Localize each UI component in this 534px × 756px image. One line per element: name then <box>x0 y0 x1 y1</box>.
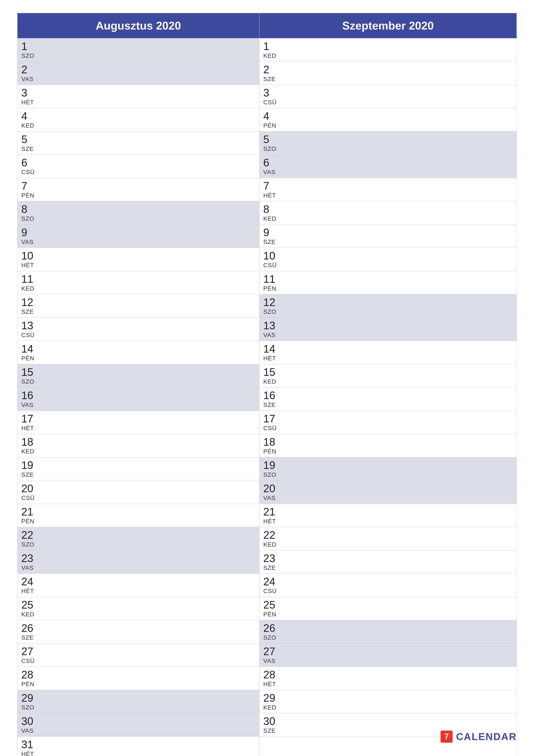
day-number: 31 <box>21 739 255 751</box>
day-name: CSÜ <box>263 588 513 595</box>
table-row: 1 SZO 1 KED <box>17 39 517 62</box>
day-number: 18 <box>21 436 255 448</box>
september-day-cell: 18 PÉN <box>259 434 517 457</box>
day-name: PÉN <box>21 681 255 688</box>
day-number: 2 <box>21 64 255 76</box>
august-day-cell: 3 HÉT <box>17 85 260 108</box>
table-row: 8 SZO 8 KED <box>17 201 517 225</box>
day-number: 25 <box>263 599 513 611</box>
august-day-cell: 31 HÉT <box>17 737 260 756</box>
day-number: 27 <box>263 646 513 658</box>
day-name: PÉN <box>21 192 255 199</box>
september-day-cell: 4 PÉN <box>259 108 517 131</box>
day-number: 9 <box>263 227 513 239</box>
day-number: 26 <box>21 622 255 634</box>
day-name: KED <box>263 52 513 59</box>
table-row: 9 VAS 9 SZE <box>17 225 517 248</box>
table-row: 27 CSÜ 27 VAS <box>17 643 517 667</box>
day-name: VAS <box>21 239 255 245</box>
day-name: SZE <box>263 401 513 408</box>
day-name: KED <box>263 541 513 548</box>
august-day-cell: 28 PÉN <box>17 667 260 690</box>
day-name: PÉN <box>263 448 513 455</box>
day-name: SZO <box>263 309 513 315</box>
day-number: 2 <box>263 64 513 76</box>
day-name: CSÜ <box>263 262 513 269</box>
september-day-cell: 3 CSÜ <box>259 85 517 108</box>
august-day-cell: 10 HÉT <box>17 248 260 271</box>
august-day-cell: 4 KED <box>17 108 260 131</box>
september-day-cell: 13 VAS <box>259 318 517 341</box>
day-name: VAS <box>263 658 513 664</box>
day-number: 30 <box>21 716 255 727</box>
day-name: CSÜ <box>263 425 513 432</box>
day-name: PÉN <box>263 611 513 618</box>
day-name: CSÜ <box>21 332 255 338</box>
september-day-cell: 5 SZO <box>259 131 517 155</box>
table-row: 23 VAS 23 SZE <box>17 551 517 574</box>
table-row: 13 CSÜ 13 VAS <box>17 318 517 341</box>
table-row: 2 VAS 2 SZE <box>17 62 517 85</box>
table-row: 22 SZO 22 KED <box>17 527 517 551</box>
table-row: 4 KED 4 PÉN <box>17 108 517 131</box>
august-day-cell: 30 VAS <box>17 713 260 737</box>
september-day-cell: 19 SZO <box>259 457 517 481</box>
day-name: PÉN <box>21 355 255 362</box>
table-row: 15 SZO 15 KED <box>17 364 517 388</box>
table-row: 12 SZE 12 SZO <box>17 294 517 318</box>
day-name: HÉT <box>21 425 255 432</box>
day-name: VAS <box>21 727 255 734</box>
august-day-cell: 26 SZE <box>17 620 260 643</box>
table-row: 21 PÉN 21 HÉT <box>17 504 517 527</box>
day-number: 17 <box>263 413 513 425</box>
day-number: 13 <box>21 320 255 332</box>
table-row: 16 VAS 16 SZE <box>17 388 517 411</box>
day-name: SZO <box>21 52 255 59</box>
table-row: 29 SZO 29 KED <box>17 690 517 713</box>
day-number: 28 <box>21 669 255 681</box>
day-number: 21 <box>263 506 513 518</box>
day-name: SZE <box>21 146 255 152</box>
day-number: 12 <box>21 297 255 309</box>
september-day-cell: 7 HÉT <box>259 178 517 201</box>
august-header: Augusztus 2020 <box>17 13 260 39</box>
day-number: 22 <box>21 529 255 541</box>
table-row: 18 KED 18 PÉN <box>17 434 517 457</box>
september-day-cell: 11 PÉN <box>259 271 517 294</box>
day-name: KED <box>21 285 255 292</box>
september-day-cell: 9 SZE <box>259 225 517 248</box>
september-day-cell: 21 HÉT <box>259 504 517 527</box>
august-day-cell: 17 HÉT <box>17 411 260 434</box>
table-row: 28 PÉN 28 HÉT <box>17 667 517 690</box>
day-number: 25 <box>21 599 255 611</box>
september-day-cell: 27 VAS <box>259 643 517 667</box>
logo-area: 7 CALENDAR <box>440 730 517 743</box>
day-number: 15 <box>263 366 513 378</box>
september-day-cell: 17 CSÜ <box>259 411 517 434</box>
september-day-cell: 16 SZE <box>259 388 517 411</box>
calendar-logo-icon: 7 <box>440 730 453 743</box>
day-name: HÉT <box>263 355 513 362</box>
day-name: SZO <box>263 634 513 641</box>
august-day-cell: 24 HÉT <box>17 574 260 597</box>
day-number: 22 <box>263 529 513 541</box>
day-name: KED <box>21 448 255 455</box>
august-day-cell: 9 VAS <box>17 225 260 248</box>
day-number: 11 <box>21 273 255 285</box>
day-number: 11 <box>263 273 513 285</box>
day-number: 14 <box>263 343 513 355</box>
august-day-cell: 18 KED <box>17 434 260 457</box>
august-day-cell: 12 SZE <box>17 294 260 318</box>
september-day-cell: 15 KED <box>259 364 517 388</box>
day-name: SZO <box>263 146 513 152</box>
day-number: 23 <box>263 553 513 564</box>
table-row: 25 KED 25 PÉN <box>17 597 517 620</box>
table-row: 14 PÉN 14 HÉT <box>17 341 517 364</box>
day-number: 19 <box>263 459 513 471</box>
day-number: 26 <box>263 622 513 634</box>
august-day-cell: 8 SZO <box>17 201 260 225</box>
day-name: KED <box>263 704 513 711</box>
day-number: 9 <box>21 227 255 239</box>
day-name: CSÜ <box>21 169 255 176</box>
day-number: 12 <box>263 297 513 309</box>
